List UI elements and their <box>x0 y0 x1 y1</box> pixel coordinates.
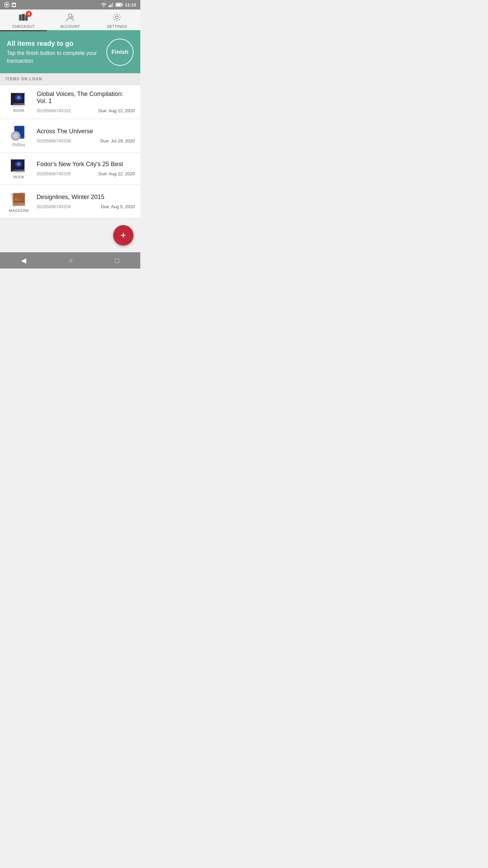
item-meta-1: 35265890745332 Due: Aug 12, 2020 <box>37 108 135 113</box>
item-details-2: Across The Universe 35265890745338 Due: … <box>33 128 135 143</box>
status-left-icons <box>4 2 16 7</box>
item-due-1: Due: Aug 12, 2020 <box>98 108 135 113</box>
add-item-fab[interactable]: + <box>113 225 134 245</box>
tab-bar: 4 CHECKOUT ACCOUNT <box>0 9 140 31</box>
svg-rect-5 <box>110 4 111 7</box>
checkout-icon: 4 <box>18 13 28 24</box>
settings-icon <box>112 13 122 24</box>
svg-rect-21 <box>120 17 121 18</box>
settings-tab-label: SETTINGS <box>107 24 127 28</box>
checkout-tab-label: CHECKOUT <box>12 24 35 28</box>
status-bar: 11:15 <box>0 0 140 9</box>
finish-button[interactable]: Finish <box>106 39 134 66</box>
svg-rect-10 <box>122 4 123 6</box>
tab-account[interactable]: ACCOUNT <box>47 9 94 30</box>
item-icon-col: MAGAZINE <box>5 190 33 213</box>
item-details-4: Designlines, Winter 2015 35265890745334 … <box>33 194 135 209</box>
item-type-4: MAGAZINE <box>9 209 29 213</box>
list-item: DVD(s) Across The Universe 3526589074533… <box>0 119 140 153</box>
cell-signal-icon <box>109 2 114 7</box>
item-barcode-4: 35265890745334 <box>37 204 71 209</box>
item-icon-col: BOOK <box>5 92 33 113</box>
list-item: BOOK Fodor's New York City's 25 Best 352… <box>0 153 140 185</box>
item-title-3: Fodor's New York City's 25 Best <box>37 161 135 168</box>
item-barcode-1: 35265890745332 <box>37 108 71 113</box>
svg-rect-22 <box>119 19 120 20</box>
svg-point-30 <box>17 96 21 99</box>
svg-rect-19 <box>117 13 117 15</box>
svg-rect-3 <box>13 4 15 6</box>
banner-title: All items ready to go <box>7 40 106 47</box>
dvd-icon <box>9 124 28 141</box>
book-icon <box>9 92 28 107</box>
item-icon-col: BOOK <box>5 158 33 179</box>
item-meta-2: 35265890745338 Due: Jul 29, 2020 <box>37 138 135 143</box>
svg-rect-11 <box>19 15 22 21</box>
item-details-1: Global Voices, The Compilation: Vol. 1 3… <box>33 91 135 113</box>
battery-icon <box>116 3 123 7</box>
svg-rect-20 <box>119 14 120 15</box>
svg-point-18 <box>116 16 118 19</box>
svg-point-1 <box>6 4 8 6</box>
svg-point-39 <box>13 105 25 107</box>
list-item: BOOK Global Voices, The Compilation: Vol… <box>0 85 140 119</box>
recent-button[interactable]: □ <box>108 254 126 267</box>
svg-rect-26 <box>114 14 115 15</box>
item-type-1: BOOK <box>14 108 25 113</box>
item-type-2: DVD(s) <box>13 143 25 147</box>
item-icon-col: DVD(s) <box>5 124 33 147</box>
svg-rect-52 <box>11 159 13 172</box>
wifi-icon <box>101 2 107 7</box>
account-tab-label: ACCOUNT <box>60 24 80 28</box>
list-item: MAGAZINE Designlines, Winter 2015 352658… <box>0 185 140 218</box>
back-button[interactable]: ◀ <box>14 254 33 267</box>
svg-rect-31 <box>11 93 13 105</box>
signal-icon <box>4 2 9 7</box>
gear-icon <box>112 13 122 22</box>
svg-rect-69 <box>14 204 20 204</box>
item-details-3: Fodor's New York City's 25 Best 35265890… <box>33 161 135 176</box>
svg-rect-66 <box>14 198 18 199</box>
svg-rect-7 <box>113 2 114 7</box>
svg-rect-23 <box>117 20 117 21</box>
item-due-4: Due: Aug 5, 2020 <box>101 204 135 209</box>
banner-subtitle: Tap the finish button to complete your t… <box>7 50 106 65</box>
item-barcode-2: 35265890745338 <box>37 138 71 143</box>
tab-settings[interactable]: SETTINGS <box>94 9 140 30</box>
checkout-badge: 4 <box>26 11 32 17</box>
magazine-icon <box>9 190 28 207</box>
svg-rect-25 <box>113 17 114 18</box>
home-button[interactable]: ○ <box>62 254 79 267</box>
person-icon <box>65 13 75 22</box>
item-meta-4: 35265890745334 Due: Aug 5, 2020 <box>37 204 135 209</box>
svg-rect-67 <box>14 200 21 200</box>
svg-rect-12 <box>22 14 25 21</box>
svg-rect-4 <box>109 5 110 7</box>
svg-point-15 <box>68 14 72 17</box>
book-icon-2 <box>9 158 28 174</box>
sim-icon <box>12 2 16 7</box>
svg-point-51 <box>17 162 21 166</box>
svg-rect-24 <box>114 19 115 20</box>
item-title-4: Designlines, Winter 2015 <box>37 194 135 201</box>
banner: All items ready to go Tap the finish but… <box>0 31 140 73</box>
fab-area: + <box>0 218 140 252</box>
time-display: 11:15 <box>125 2 136 7</box>
bottom-nav: ◀ ○ □ <box>0 252 140 269</box>
item-title-2: Across The Universe <box>37 128 135 135</box>
svg-rect-6 <box>111 3 113 7</box>
tab-checkout[interactable]: 4 CHECKOUT <box>0 9 47 31</box>
svg-rect-9 <box>116 4 121 6</box>
svg-point-60 <box>13 172 25 174</box>
item-title-1: Global Voices, The Compilation: Vol. 1 <box>37 91 135 105</box>
item-meta-3: 35265890745335 Due: Aug 12, 2020 <box>37 171 135 176</box>
account-icon <box>65 13 75 24</box>
status-right-icons: 11:15 <box>101 2 136 7</box>
items-on-loan-header: ITEMS ON LOAN <box>0 73 140 85</box>
banner-text: All items ready to go Tap the finish but… <box>7 40 106 65</box>
item-barcode-3: 35265890745335 <box>37 171 71 176</box>
item-due-2: Due: Jul 29, 2020 <box>100 138 135 143</box>
item-due-3: Due: Aug 12, 2020 <box>98 171 135 176</box>
items-list: BOOK Global Voices, The Compilation: Vol… <box>0 85 140 218</box>
svg-rect-68 <box>14 203 24 203</box>
